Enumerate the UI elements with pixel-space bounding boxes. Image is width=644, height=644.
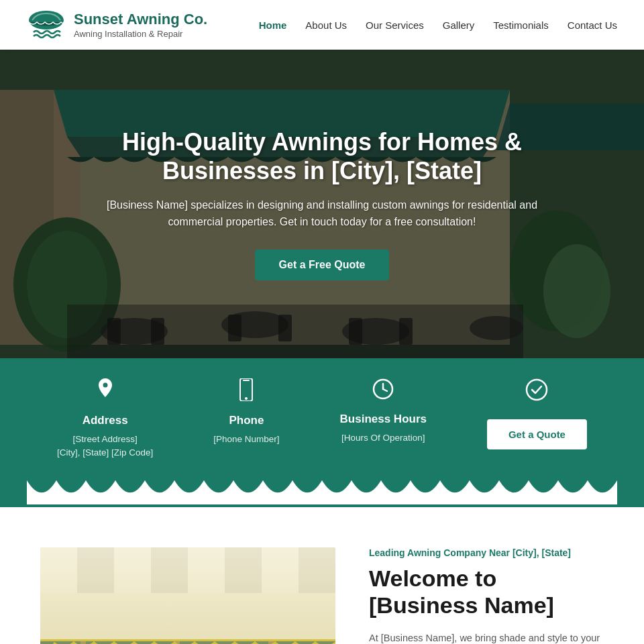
company-name: Sunset Awning Co. bbox=[74, 11, 207, 28]
hero-content: High-Quality Awnings for Homes & Busines… bbox=[87, 127, 557, 280]
phone-icon bbox=[237, 378, 255, 406]
about-text: At [Business Name], we bring shade and s… bbox=[369, 630, 604, 644]
hours-value: [Hours Of Operation] bbox=[341, 431, 425, 445]
svg-point-29 bbox=[527, 380, 547, 400]
address-value: [Street Address] [City], [State] [Zip Co… bbox=[57, 433, 153, 460]
hero-title: High-Quality Awnings for Homes & Busines… bbox=[101, 127, 543, 185]
nav-testimonials[interactable]: Testimonials bbox=[493, 19, 549, 31]
address-label: Address bbox=[83, 414, 128, 427]
phone-value: [Phone Number] bbox=[213, 433, 279, 446]
logo-icon bbox=[27, 8, 66, 42]
nav-services[interactable]: Our Services bbox=[366, 19, 424, 31]
about-image bbox=[40, 547, 335, 645]
info-address: Address [Street Address] [City], [State]… bbox=[57, 378, 153, 460]
phone-label: Phone bbox=[229, 414, 264, 427]
svg-rect-24 bbox=[243, 380, 250, 381]
nav-contact[interactable]: Contact Us bbox=[568, 19, 617, 31]
nav-about[interactable]: About Us bbox=[305, 19, 347, 31]
info-cta: Get a Quote bbox=[487, 378, 587, 449]
info-phone: Phone [Phone Number] bbox=[213, 378, 279, 446]
info-bar-inner: Address [Street Address] [City], [State]… bbox=[27, 378, 617, 480]
about-image-inner bbox=[40, 547, 335, 645]
checkmark-icon bbox=[525, 378, 548, 406]
about-section: Leading Awning Company Near [City], [Sta… bbox=[0, 507, 644, 645]
scallop-border bbox=[27, 480, 617, 507]
info-bar: Address [Street Address] [City], [State]… bbox=[0, 358, 644, 507]
about-heading: Welcome to [Business Name] bbox=[369, 565, 604, 620]
nav-gallery[interactable]: Gallery bbox=[443, 19, 475, 31]
about-content: Leading Awning Company Near [City], [Sta… bbox=[369, 547, 604, 645]
about-eyebrow: Leading Awning Company Near [City], [Sta… bbox=[369, 547, 604, 558]
svg-rect-30 bbox=[80, 641, 86, 645]
hero-cta-button[interactable]: Get a Free Quote bbox=[255, 250, 390, 280]
scallop-svg bbox=[27, 480, 617, 505]
hero-section: High-Quality Awnings for Homes & Busines… bbox=[0, 50, 644, 358]
main-nav: Home About Us Our Services Gallery Testi… bbox=[259, 19, 617, 31]
hours-label: Business Hours bbox=[340, 413, 427, 426]
logo-text: Sunset Awning Co. Awning Installation & … bbox=[74, 11, 207, 38]
awning-detail-svg bbox=[40, 547, 335, 645]
company-tagline: Awning Installation & Repair bbox=[74, 29, 207, 39]
svg-line-28 bbox=[383, 389, 387, 391]
site-header: Sunset Awning Co. Awning Installation & … bbox=[0, 0, 644, 50]
nav-home[interactable]: Home bbox=[259, 19, 287, 31]
svg-point-25 bbox=[245, 397, 248, 400]
location-icon bbox=[96, 378, 115, 406]
clock-icon bbox=[372, 378, 394, 405]
hero-subtitle: [Business Name] specializes in designing… bbox=[101, 197, 543, 231]
info-hours: Business Hours [Hours Of Operation] bbox=[340, 378, 427, 445]
logo-area: Sunset Awning Co. Awning Installation & … bbox=[27, 8, 207, 42]
get-quote-button[interactable]: Get a Quote bbox=[487, 419, 587, 449]
